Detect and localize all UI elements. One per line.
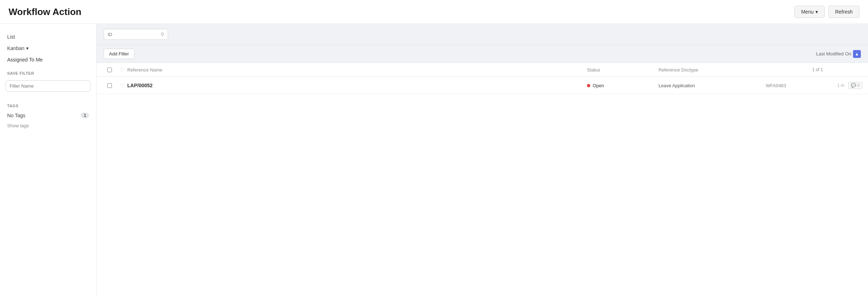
select-all-checkbox[interactable] [107, 68, 112, 72]
add-filter-button[interactable]: Add Filter [104, 49, 134, 59]
show-tags-button[interactable]: Show tags [0, 121, 96, 130]
row-checkbox[interactable] [107, 83, 112, 88]
page-count: 1 of 1 [766, 67, 823, 72]
no-tags-count: 1 [81, 113, 89, 118]
row-status: Open [587, 83, 659, 88]
header-checkbox-col [102, 68, 117, 72]
sort-indicator[interactable]: Last Modified On ▲ [816, 50, 861, 58]
sort-label: Last Modified On [816, 51, 851, 56]
row-reference-doctype: Leave Application [659, 83, 766, 88]
search-input[interactable] [108, 32, 158, 37]
status-dot [587, 84, 590, 87]
filter-bar: Add Filter Last Modified On ▲ [97, 45, 868, 63]
page-title: Workflow Action [9, 6, 82, 18]
search-input-wrap[interactable]: ⚲ [104, 29, 168, 40]
header-heart-icon: ♡ [120, 66, 124, 73]
comment-box: 💬 0 [848, 82, 862, 89]
comment-icon: 💬 [851, 83, 856, 88]
row-checkbox-col[interactable] [102, 83, 117, 88]
main-layout: List Kanban ▾ Assigned To Me SAVE FILTER… [0, 24, 868, 295]
header-reference-name: Reference Name [127, 67, 587, 73]
search-bar-area: ⚲ [97, 24, 868, 45]
table-header: ♡ Reference Name Status Reference Doctyp… [97, 63, 868, 77]
row-comments: 💬 0 [844, 82, 862, 89]
filter-name-input[interactable] [6, 80, 90, 92]
header-reference-doctype: Reference Doctype [659, 67, 766, 73]
sidebar-item-assigned-to-me[interactable]: Assigned To Me [0, 54, 96, 65]
row-heart-icon[interactable]: ♡ [120, 82, 124, 89]
tags-section: TAGS No Tags 1 Show tags [0, 98, 96, 130]
menu-button[interactable]: Menu ▾ [794, 6, 825, 18]
row-heart-col[interactable]: ♡ [117, 82, 127, 89]
menu-label: Menu [801, 9, 814, 15]
header-heart-col: ♡ [117, 66, 127, 73]
sidebar-item-list[interactable]: List [0, 31, 96, 43]
header-status: Status [587, 67, 659, 73]
search-icon: ⚲ [161, 31, 164, 37]
content-area: ⚲ Add Filter Last Modified On ▲ [97, 24, 868, 295]
comment-count: 0 [857, 83, 860, 88]
row-wfa-id: WFA0483 [766, 83, 823, 88]
save-filter-section-label: SAVE FILTER [0, 65, 96, 78]
sidebar: List Kanban ▾ Assigned To Me SAVE FILTER… [0, 24, 97, 295]
sort-arrow-icon: ▲ [853, 50, 861, 58]
row-reference-name[interactable]: LAP/00052 [127, 83, 587, 88]
refresh-label: Refresh [835, 9, 853, 15]
refresh-button[interactable]: Refresh [828, 6, 859, 18]
header-actions: Menu ▾ Refresh [794, 6, 859, 18]
table-area: ♡ Reference Name Status Reference Doctyp… [97, 63, 868, 295]
row-time-ago: 1 m [823, 83, 844, 88]
no-tags-label: No Tags [7, 113, 25, 118]
menu-arrow: ▾ [815, 9, 818, 15]
status-label: Open [593, 83, 604, 88]
kanban-arrow: ▾ [26, 45, 29, 51]
table-row[interactable]: ♡ LAP/00052 Open Leave Application WFA04… [97, 77, 868, 94]
page-header: Workflow Action Menu ▾ Refresh [0, 0, 868, 24]
tags-section-label: TAGS [0, 98, 96, 110]
sidebar-item-kanban[interactable]: Kanban ▾ [0, 43, 96, 54]
no-tags-row[interactable]: No Tags 1 [0, 110, 96, 121]
